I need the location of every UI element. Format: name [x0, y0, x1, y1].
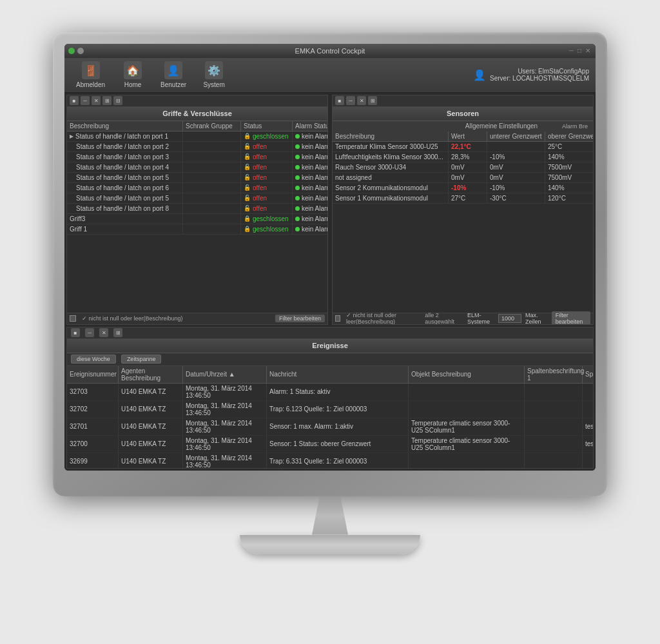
griffe-table-header: Beschreibung Schrank Gruppe Status Alarm…: [67, 121, 327, 132]
footer-checkbox[interactable]: [70, 315, 76, 322]
std-desc: not assigned: [333, 173, 449, 182]
etd-nr: 32703: [67, 384, 119, 400]
toolbar-home[interactable]: 🏠 Home: [117, 59, 149, 91]
monitor: EMKA Control Cockpit ─ □ ✕ 🚪 Abmelden 🏠 …: [40, 32, 620, 612]
footer-filter-text: ✓ nicht ist null oder leer(Beschreibung): [82, 315, 183, 322]
th-gruppe: Schrank Gruppe: [183, 121, 241, 131]
toolbar-benutzer[interactable]: 👤 Benutzer: [155, 59, 191, 91]
alarm-bre-label: Alarm Bre: [549, 123, 588, 130]
std-wert: -10%: [449, 183, 487, 193]
mini-btn-e1[interactable]: ■: [71, 328, 80, 337]
griffe-panel: ■ ─ ✕ ⊞ ⊟ Griffe & Verschlüsse Beschreib…: [66, 95, 328, 325]
max-btn[interactable]: [77, 48, 84, 54]
win-close[interactable]: ✕: [585, 47, 590, 54]
td-alarm: kein Alarm: [293, 142, 327, 151]
std-lower: -10%: [487, 183, 545, 193]
mini-btn-s3[interactable]: ✕: [357, 96, 366, 105]
table-row: Luftfeuchtigkeits Klima Sensor 3000... 2…: [333, 152, 593, 162]
std-desc: Sensor 1 Kommunikationsmodul: [333, 193, 449, 203]
etd-c1: [583, 384, 593, 400]
footer-checkbox-s[interactable]: [335, 315, 340, 322]
events-body: 32703 U140 EMKA TZ Montag, 31. März 2014…: [67, 384, 593, 468]
griffe-panel-footer: ✓ nicht ist null oder leer(Beschreibung)…: [67, 313, 327, 324]
win-maximize[interactable]: □: [578, 47, 581, 54]
filter-btn-s[interactable]: Filter bearbeiten: [552, 311, 590, 325]
etd-cl: [525, 401, 583, 418]
etd-obj: [409, 401, 525, 418]
win-minimize[interactable]: ─: [569, 47, 574, 54]
td-group: [183, 204, 241, 213]
td-group: [183, 142, 241, 151]
abmelden-label: Abmelden: [76, 81, 105, 88]
etd-msg: Alarm: 1 Status: aktiv: [267, 384, 409, 400]
toolbar-abmelden[interactable]: 🚪 Abmelden: [71, 59, 110, 91]
std-upper: 120°C: [545, 193, 593, 203]
td-status: 🔓offen: [241, 173, 293, 182]
td-status: 🔓offen: [241, 142, 293, 151]
td-status: 🔒geschlossen: [241, 214, 293, 224]
td-group: [183, 132, 241, 141]
mini-btn-e4[interactable]: ⊞: [113, 328, 122, 337]
mini-btn-s4[interactable]: ⊞: [368, 96, 377, 105]
etd-cl: [525, 453, 583, 468]
min-btn[interactable]: [68, 48, 75, 54]
title-bar-controls: [68, 48, 84, 54]
mini-btn-s1[interactable]: ■: [335, 96, 344, 105]
td-alarm: kein Alarm: [293, 162, 327, 172]
screen: EMKA Control Cockpit ─ □ ✕ 🚪 Abmelden 🏠 …: [64, 44, 596, 471]
alle-ausgewaehlt: alle 2 ausgewählt: [425, 312, 458, 325]
td-desc: ▶ Status of handle / latch on port 1: [67, 132, 183, 141]
td-alarm: kein Alarm: [293, 183, 327, 193]
etd-c1: [583, 453, 593, 468]
etd-obj: [409, 453, 525, 468]
mini-btn-2[interactable]: ─: [81, 96, 90, 105]
mini-btn-4[interactable]: ⊞: [102, 96, 112, 105]
home-label: Home: [124, 81, 142, 88]
std-wert: 22,1°C: [449, 142, 487, 151]
mini-btn-e3[interactable]: ✕: [99, 328, 108, 337]
mini-btn-s2[interactable]: ─: [346, 96, 355, 105]
abmelden-icon: 🚪: [82, 61, 100, 79]
ereignisse-panel-header: Ereignisse: [67, 339, 593, 353]
btn-zeitspanne[interactable]: Zeitspanne: [121, 355, 162, 364]
mini-btn-5[interactable]: ⊟: [113, 96, 122, 105]
ereignisse-panel: ■ ─ ✕ ⊞ Ereignisse diese Woche Zeitspann…: [66, 327, 594, 469]
btn-diese-woche[interactable]: diese Woche: [71, 355, 116, 364]
mini-btn-e2[interactable]: ─: [85, 328, 94, 337]
etd-agent: U140 EMKA TZ: [119, 453, 183, 468]
etd-cl: [525, 384, 583, 400]
td-status: 🔓offen: [241, 204, 293, 213]
th-alarm: Alarm Status: [293, 121, 328, 131]
app-title: EMKA Control Cockpit: [295, 47, 365, 55]
filter-btn[interactable]: Filter bearbeiten: [275, 315, 325, 322]
mini-btn-1[interactable]: ■: [70, 96, 79, 105]
td-alarm: kein Alarm: [293, 173, 327, 182]
eth-col1: Spalte 1: [583, 366, 594, 383]
toolbar-system[interactable]: ⚙️ System: [198, 59, 230, 91]
table-row: Rauch Sensor 3000-U34 0mV 0mV 7500mV: [333, 162, 593, 173]
etd-agent: U140 EMKA TZ: [119, 384, 183, 400]
table-row: Sensor 2 Kommunikationsmodul -10% -10% 1…: [333, 183, 593, 193]
td-status: 🔓offen: [241, 152, 293, 162]
etd-cl: [525, 436, 583, 453]
eth-nr: Ereignisnummer: [67, 366, 119, 383]
mini-btn-3[interactable]: ✕: [92, 96, 101, 105]
std-wert: 28,3%: [449, 152, 487, 162]
table-row: Griff 1 🔒geschlossen kein Alarm: [67, 224, 327, 235]
std-lower: 0mV: [487, 173, 545, 182]
monitor-stand-base: [240, 535, 420, 554]
std-desc: Sensor 2 Kommunikationsmodul: [333, 183, 449, 193]
td-group: [183, 162, 241, 172]
table-row: not assigned 0mV 0mV 7500mV: [333, 173, 593, 183]
eth-col1label: Spaltenbeschriftung 1: [525, 366, 583, 383]
td-group: [183, 214, 241, 224]
etd-agent: U140 EMKA TZ: [119, 401, 183, 418]
etd-msg: Trap: 6.123 Quelle: 1: Ziel 000003: [267, 401, 409, 418]
sensoren-panel-footer: ✓ nicht ist null oder leer(Beschreibung)…: [333, 313, 593, 324]
etd-nr: 32700: [67, 436, 119, 453]
td-desc: Status of handle / latch on port 4: [67, 162, 183, 172]
elm-system-input[interactable]: [498, 314, 521, 323]
etd-c1: test 1: [583, 436, 593, 453]
td-desc: Griff 1: [67, 224, 183, 234]
etd-msg: Sensor: 1 Status: oberer Grenzwert: [267, 436, 409, 453]
